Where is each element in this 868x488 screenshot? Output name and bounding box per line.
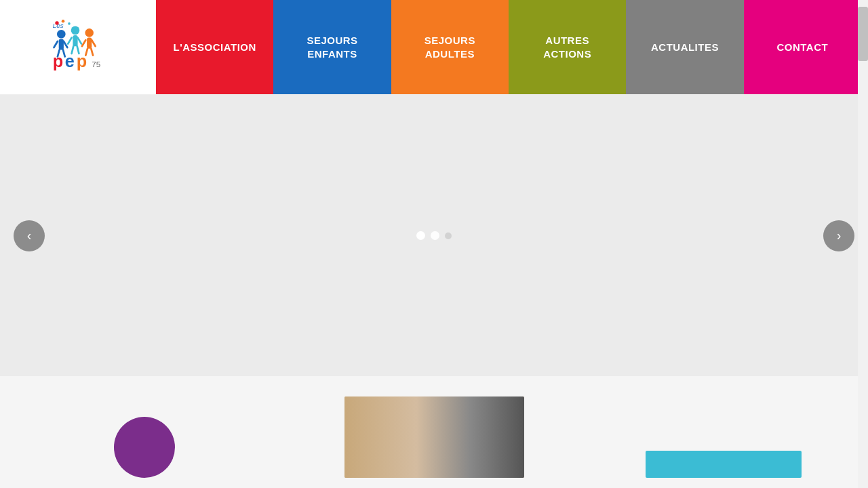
svg-rect-13 xyxy=(87,37,92,48)
svg-line-17 xyxy=(91,48,93,55)
nav-item-actualites[interactable]: ACTUALITES xyxy=(626,0,743,94)
slider-dot-1[interactable] xyxy=(416,231,425,240)
svg-text:e: e xyxy=(65,51,75,70)
svg-rect-1 xyxy=(59,39,64,49)
slider-prev-button[interactable]: ‹ xyxy=(14,220,45,251)
svg-line-3 xyxy=(64,41,67,47)
nav-label-sejours-enfants: SEJOURSENFANTS xyxy=(307,34,357,60)
chevron-right-icon: › xyxy=(837,228,842,243)
purple-circle-icon xyxy=(114,417,175,478)
nav-label-autres-actions: AUTRESACTIONS xyxy=(543,34,591,60)
svg-line-8 xyxy=(68,37,71,43)
site-header: Les p e p 75 L'ASSOCIATION SEJOURSENFANT… xyxy=(0,0,868,95)
bottom-section xyxy=(0,376,868,488)
nav-item-association[interactable]: L'ASSOCIATION xyxy=(156,0,273,94)
svg-point-12 xyxy=(85,28,94,37)
svg-line-2 xyxy=(54,41,58,47)
slider-dots xyxy=(416,231,452,240)
nav-item-sejours-enfants[interactable]: SEJOURSENFANTS xyxy=(273,0,391,94)
slider-dot-3[interactable] xyxy=(445,232,452,239)
bottom-col-3 xyxy=(578,444,868,485)
teal-cta-bar[interactable] xyxy=(646,451,802,478)
svg-point-24 xyxy=(62,20,65,23)
nav-label-association: L'ASSOCIATION xyxy=(174,41,256,54)
slider-dot-2[interactable] xyxy=(431,231,439,240)
svg-line-14 xyxy=(82,40,85,46)
svg-point-0 xyxy=(57,29,66,38)
svg-line-15 xyxy=(92,40,95,46)
scrollbar-thumb[interactable] xyxy=(858,7,868,61)
nav-label-actualites: ACTUALITES xyxy=(651,41,719,54)
nav-label-sejours-adultes: SEJOURSADULTES xyxy=(425,34,475,60)
svg-text:p: p xyxy=(53,51,63,70)
scrollbar[interactable] xyxy=(858,0,868,488)
svg-line-9 xyxy=(78,37,81,43)
nav-item-contact[interactable]: CONTACT xyxy=(744,0,861,94)
svg-point-25 xyxy=(68,22,71,25)
svg-text:p: p xyxy=(77,51,87,70)
svg-text:75: 75 xyxy=(92,59,101,68)
nav-item-autres-actions[interactable]: AUTRESACTIONS xyxy=(509,0,626,94)
svg-rect-7 xyxy=(73,35,77,46)
bottom-col-2 xyxy=(290,390,579,485)
nav-item-sejours-adultes[interactable]: SEJOURSADULTES xyxy=(391,0,509,94)
logo: Les p e p 75 xyxy=(47,17,115,78)
svg-point-6 xyxy=(71,26,80,35)
bottom-image-1 xyxy=(344,396,524,478)
chevron-left-icon: ‹ xyxy=(27,228,32,243)
main-nav: L'ASSOCIATION SEJOURSENFANTS SEJOURSADUL… xyxy=(156,0,861,94)
svg-point-23 xyxy=(55,21,58,24)
logo-area[interactable]: Les p e p 75 xyxy=(7,17,156,78)
hero-slider: ‹ › xyxy=(0,95,868,376)
slider-next-button[interactable]: › xyxy=(823,220,854,251)
nav-label-contact: CONTACT xyxy=(776,41,828,54)
bottom-col-1 xyxy=(0,410,290,485)
